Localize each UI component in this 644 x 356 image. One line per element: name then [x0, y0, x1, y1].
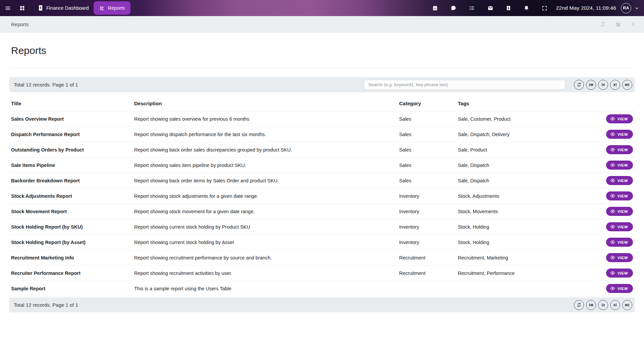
report-tags: Sale, Customer, Product: [456, 116, 567, 122]
hamburger-menu-icon[interactable]: [5, 5, 11, 11]
report-title: Outstanding Orders by Product: [9, 147, 132, 153]
svg-text:$: $: [40, 6, 41, 9]
search-input[interactable]: [364, 80, 565, 90]
window-title: Reports: [11, 21, 29, 27]
checklist-icon[interactable]: [469, 5, 475, 11]
close-icon[interactable]: [631, 21, 636, 27]
view-button-label: VIEW: [618, 132, 628, 136]
next-page-icon[interactable]: [610, 80, 620, 90]
chevron-down-icon[interactable]: [634, 6, 639, 11]
datetime-display: 22nd May 2024, 11:09:46: [556, 5, 616, 11]
row-actions: VIEW: [567, 145, 635, 154]
view-button[interactable]: VIEW: [606, 207, 633, 216]
records-summary: Total 12 records. Page 1 of 1: [14, 82, 78, 87]
eye-icon: [610, 178, 615, 183]
table-row: Outstanding Orders by Product Report sho…: [9, 142, 635, 158]
report-category: Inventory: [397, 224, 456, 230]
refresh-icon[interactable]: [600, 21, 606, 27]
view-button[interactable]: VIEW: [606, 130, 633, 139]
report-title: Sample Report: [9, 286, 132, 291]
calendar-icon[interactable]: [432, 5, 438, 11]
apps-grid-icon[interactable]: [19, 5, 25, 11]
pagination-controls: [574, 80, 632, 90]
view-button[interactable]: VIEW: [606, 114, 633, 123]
row-actions: VIEW: [567, 269, 635, 278]
next-page-icon[interactable]: [610, 300, 620, 310]
page-title: Reports: [11, 45, 633, 56]
view-button-label: VIEW: [618, 148, 628, 152]
view-button[interactable]: VIEW: [606, 191, 633, 200]
view-button[interactable]: VIEW: [606, 284, 633, 293]
table-row: Recruitment Marketing Info Report showin…: [9, 250, 635, 265]
report-category: Sales: [397, 178, 456, 183]
view-button[interactable]: VIEW: [606, 176, 633, 185]
view-button[interactable]: VIEW: [606, 145, 633, 154]
view-button-label: VIEW: [618, 117, 628, 121]
view-button[interactable]: VIEW: [606, 222, 633, 231]
eye-icon: [610, 224, 615, 229]
table-row: Backorder Breakdown Report Report showin…: [9, 173, 635, 188]
view-button[interactable]: VIEW: [606, 269, 633, 278]
eye-icon: [610, 240, 615, 245]
report-description: Report showing back order items by Sales…: [132, 178, 397, 183]
divider: [11, 68, 633, 68]
user-avatar[interactable]: RA: [621, 3, 631, 13]
window-toolbar: Reports: [0, 16, 644, 33]
mail-icon[interactable]: [487, 5, 493, 11]
table-row: Stock Adjustments Report Report showing …: [9, 188, 635, 204]
row-actions: VIEW: [567, 114, 635, 123]
first-page-icon[interactable]: [586, 80, 596, 90]
last-page-icon[interactable]: [622, 300, 632, 310]
report-category: Inventory: [397, 209, 456, 214]
table-column-headers: Title Description Category Tags: [9, 96, 635, 111]
view-button[interactable]: VIEW: [606, 161, 633, 170]
table-row: Sale Items Pipeline Report showing sales…: [9, 158, 635, 173]
report-title: Sale Items Pipeline: [9, 163, 132, 168]
tab-label: Finance Dashboard: [46, 5, 89, 11]
table-row: Dispatch Performance Report Report showi…: [9, 127, 635, 142]
page-header: Reports: [0, 33, 644, 68]
refresh-icon[interactable]: [574, 300, 584, 310]
last-page-icon[interactable]: [622, 80, 632, 90]
tab-finance-dashboard[interactable]: $ Finance Dashboard: [33, 1, 94, 15]
report-title: Stock Holding Report (by SKU): [9, 224, 132, 230]
table-body: Sales Overview Report Report showing sal…: [9, 111, 635, 296]
report-title: Backorder Breakdown Report: [9, 178, 132, 183]
report-title: Stock Movement Report: [9, 209, 132, 214]
row-actions: VIEW: [567, 130, 635, 139]
report-title: Stock Holding Report (by Asset): [9, 240, 132, 245]
report-description: Report showing current stock holding by …: [132, 224, 397, 230]
fullscreen-icon[interactable]: [542, 5, 547, 11]
eye-icon: [610, 163, 615, 168]
tab-reports[interactable]: Reports: [94, 1, 131, 15]
report-category: Recruitment: [397, 255, 456, 260]
previous-page-icon[interactable]: [598, 80, 608, 90]
column-header-description: Description: [132, 101, 397, 106]
records-summary: Total 12 records. Page 1 of 1: [14, 302, 78, 308]
row-actions: VIEW: [567, 191, 635, 200]
view-button-label: VIEW: [618, 210, 628, 214]
view-button-label: VIEW: [618, 163, 628, 167]
previous-page-icon[interactable]: [598, 300, 608, 310]
contacts-icon[interactable]: [506, 5, 511, 11]
refresh-icon[interactable]: [574, 80, 584, 90]
bar-chart-icon: [99, 5, 105, 11]
row-actions: VIEW: [567, 222, 635, 231]
table-header-bar: Total 12 records. Page 1 of 1: [9, 77, 635, 92]
report-description: Report showing current stock holding by …: [132, 240, 397, 245]
chat-icon[interactable]: [450, 5, 457, 11]
report-tags: Sale, Dispatch, Delivery: [456, 132, 567, 137]
report-title: Recruiter Performance Report: [9, 271, 132, 276]
view-button[interactable]: VIEW: [606, 238, 633, 247]
view-button[interactable]: VIEW: [606, 253, 633, 262]
report-tags: Stock, Adjustments: [456, 193, 567, 199]
report-category: Sales: [397, 132, 456, 137]
first-page-icon[interactable]: [586, 300, 596, 310]
eye-icon: [610, 116, 615, 121]
report-description: Report showing stock adjustments for a g…: [132, 193, 397, 199]
report-category: Sales: [397, 147, 456, 153]
report-tags: Sale, Dispatch: [456, 178, 567, 183]
notifications-bell-icon[interactable]: [524, 5, 529, 11]
table-row: Stock Holding Report (by SKU) Report sho…: [9, 219, 635, 235]
save-icon[interactable]: [615, 21, 621, 27]
